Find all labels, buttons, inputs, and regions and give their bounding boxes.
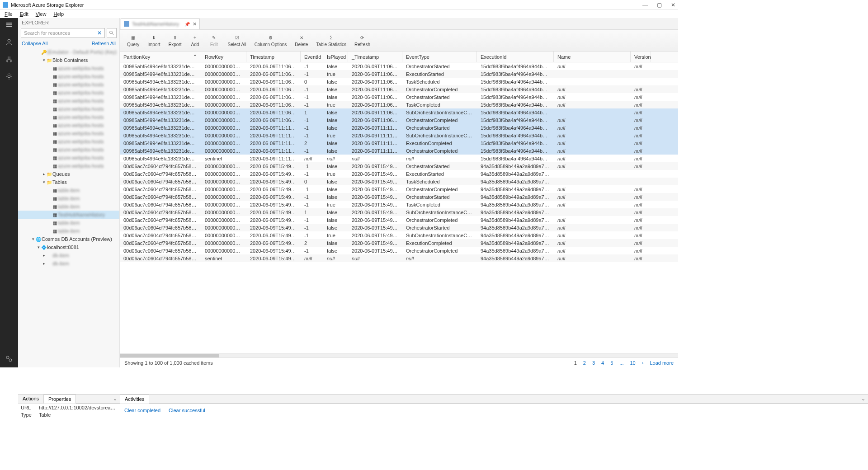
table-row[interactable]: 00985abf54994e8fa133231deadfa64200000000… (120, 78, 678, 85)
import-button[interactable]: ⬇Import (144, 33, 164, 48)
pager-page[interactable]: 4 (601, 360, 604, 366)
horizontal-scrollbar[interactable] (120, 353, 678, 357)
tree-node[interactable]: ▦azure-webjobs-hosts (18, 121, 119, 129)
column-options-button[interactable]: ⚙Column Options (251, 33, 291, 48)
data-grid[interactable]: PartitionKey ⌃RowKeyTimestampEventIdIsPl… (120, 52, 678, 367)
tree-node[interactable]: ▾📁Tables (18, 178, 119, 186)
tree-node[interactable]: ▦azure-webjobs-hosts (18, 146, 119, 154)
query-button[interactable]: ▦Query (123, 33, 143, 48)
pager-next[interactable]: › (642, 360, 644, 366)
table-row[interactable]: 00d06ac7c0604cf794fc657b58c4939600000000… (120, 247, 678, 254)
tree-node[interactable]: ▦azure-webjobs-hosts (18, 97, 119, 105)
add-button[interactable]: ＋Add (186, 33, 204, 48)
settings-icon[interactable] (5, 72, 13, 80)
table-row[interactable]: 00d06ac7c0604cf794fc657b58c4939600000000… (120, 231, 678, 239)
load-more-link[interactable]: Load more (650, 360, 674, 366)
tree-node[interactable]: ▦TestHubNameHistory (18, 211, 119, 219)
table-row[interactable]: 00985abf54994e8fa133231deadfa64200000000… (120, 147, 678, 155)
column-header[interactable]: Timestamp (246, 52, 301, 62)
refresh-all-link[interactable]: Refresh All (92, 41, 116, 46)
tree-node[interactable]: ▦azure-webjobs-hosts (18, 162, 119, 170)
tree-node[interactable]: ▦azure-webjobs-hosts (18, 64, 119, 72)
tree-node[interactable]: ▸db-item (18, 251, 119, 259)
table-row[interactable]: 00985abf54994e8fa133231deadfa64200000000… (120, 139, 678, 147)
table-row[interactable]: 00d06ac7c0604cf794fc657b58c4939600000000… (120, 216, 678, 224)
menu-edit[interactable]: Edit (17, 11, 31, 17)
table-row[interactable]: 00985abf54994e8fa133231deadfa64200000000… (120, 93, 678, 101)
pager-ellipsis[interactable]: ... (619, 360, 623, 366)
minimize-button[interactable]: — (642, 2, 648, 8)
tree-node[interactable]: ▾🌐Cosmos DB Accounts (Preview) (18, 235, 119, 243)
tree-node[interactable]: ▦table-item (18, 186, 119, 194)
pin-icon[interactable]: 📌 (184, 22, 190, 27)
column-header[interactable]: EventId (301, 52, 323, 62)
table-row[interactable]: 00985abf54994e8fa133231deadfa64200000000… (120, 116, 678, 124)
tree-node[interactable]: ▦azure-webjobs-hosts (18, 80, 119, 89)
explorer-tab-icon[interactable] (5, 21, 13, 29)
pager-page[interactable]: 2 (583, 360, 586, 366)
tree-node[interactable]: ▾💠localhost:8081 (18, 243, 119, 251)
column-header[interactable]: Version (631, 52, 651, 62)
tree-node[interactable]: ▦azure-webjobs-hosts (18, 72, 119, 80)
close-tab-icon[interactable]: ✕ (193, 21, 197, 27)
table-row[interactable]: 00985abf54994e8fa133231deadfa64200000000… (120, 132, 678, 139)
menu-file[interactable]: File (2, 11, 15, 17)
table-row[interactable]: 00d06ac7c0604cf794fc657b58c4939600000000… (120, 239, 678, 247)
table-row[interactable]: 00985abf54994e8fa133231deadfa64200000000… (120, 62, 678, 70)
tree-node[interactable]: ▦table-item (18, 202, 119, 211)
table-row[interactable]: 00985abf54994e8fa133231deadfa64200000000… (120, 124, 678, 132)
column-header[interactable]: _Timestamp (348, 52, 402, 62)
table-row[interactable]: 00985abf54994e8fa133231deadfa64200000000… (120, 108, 678, 116)
tree-node[interactable]: ▦table-item (18, 194, 119, 202)
tree-node[interactable]: ▸db-item (18, 259, 119, 268)
table-row[interactable]: 00d06ac7c0604cf794fc657b58c49396sentinel… (120, 254, 678, 262)
pager-page[interactable]: 5 (610, 360, 613, 366)
connect-icon[interactable] (5, 55, 13, 63)
tree-node[interactable]: ▸📁Queues (18, 170, 119, 178)
menu-view[interactable]: View (33, 11, 49, 17)
table-row[interactable]: 00d06ac7c0604cf794fc657b58c4939600000000… (120, 201, 678, 208)
collapse-all-link[interactable]: Collapse All (22, 41, 47, 46)
column-header[interactable]: RowKey (201, 52, 246, 62)
export-button[interactable]: ⬆Export (165, 33, 185, 48)
pager-page[interactable]: 3 (592, 360, 595, 366)
refresh-button[interactable]: ⟳Refresh (351, 33, 374, 48)
table-row[interactable]: 00985abf54994e8fa133231deadfa64200000000… (120, 101, 678, 108)
account-icon[interactable] (5, 38, 13, 46)
table-row[interactable]: 00d06ac7c0604cf794fc657b58c4939600000000… (120, 162, 678, 170)
table-row[interactable]: 00d06ac7c0604cf794fc657b58c4939600000000… (120, 224, 678, 231)
tree-node[interactable]: ▦azure-webjobs-hosts (18, 129, 119, 137)
table-row[interactable]: 00985abf54994e8fa133231deadfa64200000000… (120, 85, 678, 93)
tree-node[interactable]: ▦azure-webjobs-hosts (18, 105, 119, 113)
tree-node[interactable]: ▦azure-webjobs-hosts (18, 89, 119, 97)
resource-tree[interactable]: 🔑(Emulator - Default Ports) (Key)▾📁Blob … (18, 48, 119, 367)
close-button[interactable]: ✕ (671, 2, 675, 8)
column-header[interactable]: Name (554, 52, 631, 62)
select-all-button[interactable]: ☑Select All (224, 33, 250, 48)
tree-node[interactable]: ▾📁Blob Containers (18, 56, 119, 64)
tree-node[interactable]: ▦azure-webjobs-hosts (18, 113, 119, 121)
table-row[interactable]: 00985abf54994e8fa133231deadfa642sentinel… (120, 155, 678, 162)
table-statistics-button[interactable]: ΣTable Statistics (312, 33, 350, 48)
column-header[interactable]: ExecutionId (477, 52, 554, 62)
pager-page[interactable]: 10 (630, 360, 635, 366)
tree-node[interactable]: 🔑(Emulator - Default Ports) (Key) (18, 48, 119, 56)
table-row[interactable]: 00d06ac7c0604cf794fc657b58c4939600000000… (120, 208, 678, 216)
delete-button[interactable]: ✕Delete (291, 33, 311, 48)
tree-node[interactable]: ▦azure-webjobs-hosts (18, 137, 119, 146)
column-header[interactable]: PartitionKey ⌃ (120, 52, 201, 62)
table-row[interactable]: 00d06ac7c0604cf794fc657b58c4939600000000… (120, 193, 678, 201)
clear-search-icon[interactable]: ✕ (97, 30, 102, 36)
pager-page[interactable]: 1 (574, 360, 577, 366)
column-header[interactable]: IsPlayed (323, 52, 348, 62)
table-row[interactable]: 00985abf54994e8fa133231deadfa64200000000… (120, 70, 678, 78)
table-row[interactable]: 00d06ac7c0604cf794fc657b58c4939600000000… (120, 178, 678, 185)
editor-tab[interactable]: TestHubNameHistory 📌 ✕ (121, 19, 200, 29)
feedback-icon[interactable] (5, 355, 13, 363)
tree-node[interactable]: ▦table-item (18, 219, 119, 227)
table-row[interactable]: 00d06ac7c0604cf794fc657b58c4939600000000… (120, 170, 678, 178)
search-button[interactable] (107, 28, 117, 38)
edit-button[interactable]: ✎Edit (205, 33, 223, 48)
maximize-button[interactable]: ▢ (657, 2, 662, 8)
tree-node[interactable]: ▦table-item (18, 227, 119, 235)
